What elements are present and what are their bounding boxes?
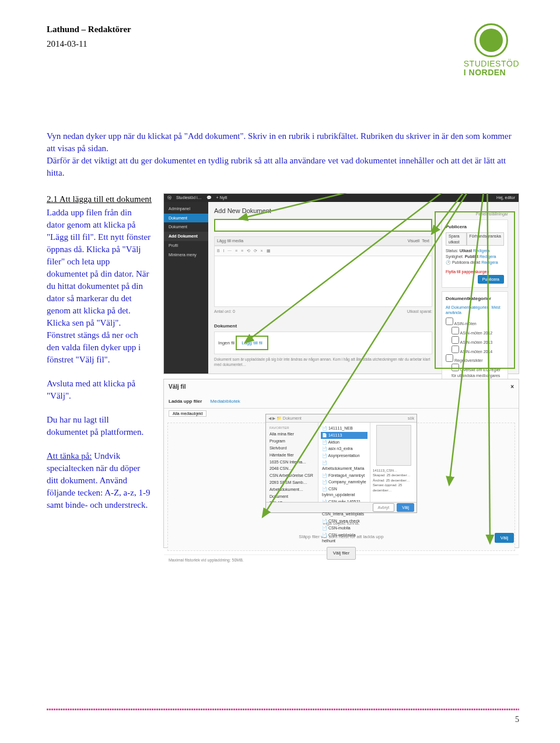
wp-icon: ⓦ [167,195,172,201]
preview-button[interactable]: Förhandsgranska [467,232,504,246]
section-heading: 2.1 Att lägga till ett dokument [47,193,152,205]
trash-link[interactable]: Flytta till papperskorgen [446,270,489,274]
comment-icon: 💬 [206,195,212,201]
wp-page-title: Add New Dokument [214,207,432,215]
logo: STUDIESTÖD I NORDEN [464,23,519,78]
page-header: Lathund – Redaktörer 2014-03-11 STUDIEST… [47,23,519,78]
intro-paragraph: Vyn nedan dyker upp när du klickat på "A… [47,130,519,179]
fs-choose-button[interactable]: Välj [397,503,414,512]
media-filter-select[interactable]: Alla mediaobjekt [169,410,206,417]
sidebar-item-minimera[interactable]: Minimera meny [164,250,208,260]
valj-button[interactable]: Välj [495,533,514,543]
fs-sidebar: FAVORITERAlla mina filerProgramSkrivbord… [266,414,318,512]
section-think: Att tänka på: Undvik specialtecken när d… [47,450,152,511]
logo-text-2: I NORDEN [464,68,519,77]
fs-cancel-button[interactable]: Avbryt [373,503,395,512]
save-draft-button[interactable]: Spara utkast [446,232,467,246]
choose-files-button[interactable]: Välj filer [327,547,356,559]
sidebar-subitem-add-dokument[interactable]: Add Dokument [164,232,208,241]
tab-media[interactable]: Mediabibliotek [211,399,240,404]
screenshot-wp-add-dokument: ⓦ Studiestöd i… 💬 + Nytt Hej, editor Adm… [163,193,519,374]
instruction-column: 2.1 Att lägga till ett dokument Ladda up… [47,193,152,523]
editor-toolbar[interactable]: Lägg till media Visuell Text [214,236,432,246]
sidebar-item-dokument[interactable]: Dokument [164,214,208,223]
footer-dotted-rule [47,709,519,710]
upload-dropzone[interactable]: ◀ ▶ 📁 Dokument sök FAVORITERAlla mina fi… [167,423,515,551]
content-editor[interactable] [214,256,432,307]
logo-text-1: STUDIESTÖD [464,60,519,68]
add-file-button[interactable]: Lägg till fil [236,336,268,350]
globe-icon [474,23,508,57]
doc-date: 2014-03-11 [47,38,131,50]
wp-sidebar: Adminpanel Dokument Dokument Add Dokumen… [164,202,208,374]
section-finish: Avsluta med att klicka på "Välj". [47,378,152,402]
media-button[interactable]: Lägg till media [217,238,243,244]
dialog-title: Välj fil [169,383,186,391]
page-number: 5 [47,714,519,725]
section-body: Ladda upp filen från din dator genom att… [47,207,152,366]
doc-title: Lathund – Redaktörer [47,23,131,36]
close-icon[interactable]: × [510,383,514,391]
sidebar-subitem-dokument[interactable]: Dokument [164,222,208,232]
publish-button[interactable]: Publicera [478,275,504,284]
sidebar-item-adminpanel[interactable]: Adminpanel [164,204,208,214]
screenshot-valj-fil: Välj fil × Ladda upp filer Mediabibliote… [163,379,519,548]
title-input[interactable] [214,219,432,232]
sidebar-item-profil[interactable]: Profil [164,241,208,250]
fs-file-list[interactable]: 📄 141111_NEB📄 141113📄 Aktion📄 asix n3_ex… [318,414,370,512]
section-done: Du har nu lagt till dokumentet på plattf… [47,414,152,438]
tab-upload[interactable]: Ladda upp filer [169,399,202,404]
